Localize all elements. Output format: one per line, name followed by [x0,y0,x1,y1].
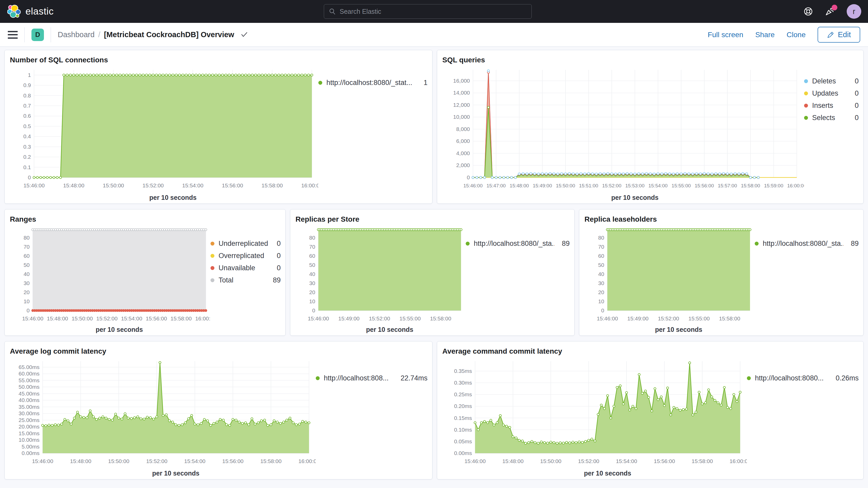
svg-text:1: 1 [28,72,31,78]
legend-item[interactable]: Updates0 [804,89,859,97]
legend-item[interactable]: Selects0 [804,114,859,122]
svg-text:0.05ms: 0.05ms [454,438,472,444]
svg-text:15:57:00: 15:57:00 [718,183,737,188]
svg-text:16:00:00: 16:00:00 [195,315,211,322]
legend-swatch [466,242,470,246]
svg-text:15:52:00: 15:52:00 [578,458,599,464]
sql-queries-chart[interactable]: 16,00014,00012,00010,0008,0006,0004,0002… [442,66,804,204]
panel-replica-leaseholders: Replica leaseholders 8070605040302010015… [579,209,864,336]
global-search[interactable] [324,4,532,19]
svg-text:70: 70 [598,244,604,250]
svg-text:15:55:00: 15:55:00 [399,315,421,322]
legend-value: 0 [274,264,281,272]
legend-swatch [316,376,320,380]
divider [24,27,25,42]
svg-text:50.00ms: 50.00ms [19,384,39,390]
svg-text:60: 60 [598,253,604,259]
legend-item[interactable]: http://localhost:8080/_stat...1 [318,79,428,87]
svg-text:15:46:00: 15:46:00 [464,458,486,464]
user-avatar[interactable]: r [847,4,861,19]
svg-text:15:51:00: 15:51:00 [579,183,598,188]
svg-text:15:52:00: 15:52:00 [369,315,390,322]
svg-text:15:46:00: 15:46:00 [308,315,329,322]
svg-text:16:00:00: 16:00:00 [298,458,316,464]
legend-item[interactable]: Inserts0 [804,101,859,110]
chart-legend: http://localhost:8080...0.26ms [747,357,859,479]
svg-text:15:50:00: 15:50:00 [108,458,129,464]
panel-title: Number of SQL connections [5,50,432,66]
svg-text:20: 20 [24,289,30,295]
svg-text:60: 60 [24,253,30,259]
svg-text:15:56:00: 15:56:00 [222,458,244,464]
menu-icon[interactable] [8,31,18,39]
svg-text:15:58:00: 15:58:00 [741,183,760,188]
svg-text:20: 20 [598,289,604,295]
title-menu-icon[interactable] [240,31,248,38]
chart-legend: http://localhost:8080/_sta...89 [755,225,859,335]
svg-text:15:58:00: 15:58:00 [260,458,282,464]
svg-text:30: 30 [24,280,30,286]
breadcrumb: Dashboard / [Metricbeat CockroachDB] Ove… [58,30,248,39]
legend-label: Total [219,276,234,284]
clone-button[interactable]: Clone [787,31,806,39]
avg-log-commit-latency-chart[interactable]: 65.00ms60.00ms55.00ms50.00ms45.00ms40.00… [9,357,316,479]
svg-text:50: 50 [309,262,315,268]
svg-text:15:56:00: 15:56:00 [222,182,243,188]
edit-button[interactable]: Edit [817,27,860,42]
svg-text:15:48:00: 15:48:00 [509,183,529,188]
legend-value: 0 [274,240,281,248]
elastic-logo[interactable]: elastic [0,4,54,19]
legend-item[interactable]: Overreplicated0 [211,252,281,260]
svg-text:per 10 seconds: per 10 seconds [366,326,413,333]
legend-label: http://localhost:808... [324,374,389,382]
svg-text:10: 10 [24,298,30,304]
svg-text:15.00ms: 15.00ms [19,430,39,436]
legend-item[interactable]: http://localhost:8080/_sta...89 [466,240,570,248]
panel-sql-connections: Number of SQL connections 10.90.80.70.60… [4,50,432,204]
panel-title: Replicas per Store [290,209,574,225]
legend-item[interactable]: Deletes0 [804,77,859,85]
svg-text:15:54:00: 15:54:00 [184,458,206,464]
svg-text:70: 70 [24,244,30,250]
notification-dot [832,5,837,10]
legend-value: 0 [851,101,859,110]
replica-leaseholders-chart[interactable]: 8070605040302010015:46:0015:49:0015:52:0… [584,225,755,335]
search-input[interactable] [340,8,527,15]
legend-item[interactable]: http://localhost:8080...0.26ms [747,374,859,382]
legend-item[interactable]: Underreplicated0 [211,240,281,248]
legend-value: 1 [421,79,428,87]
legend-value: 0.26ms [832,374,859,382]
chart-legend: Underreplicated0Overreplicated0Unavailab… [211,225,281,335]
panel-title: Average command commit latency [437,341,863,357]
divider [51,27,51,42]
newsfeed-icon[interactable] [825,6,835,17]
full-screen-button[interactable]: Full screen [708,31,743,39]
ranges-chart[interactable]: 8070605040302010015:46:0015:48:0015:50:0… [9,225,211,335]
legend-item[interactable]: http://localhost:8080/_sta...89 [755,240,859,248]
svg-text:15:50:00: 15:50:00 [71,315,93,322]
replicas-per-store-chart[interactable]: 8070605040302010015:46:0015:49:0015:52:0… [295,225,466,335]
share-button[interactable]: Share [755,31,775,39]
legend-item[interactable]: Total89 [211,276,281,284]
legend-value: 0 [851,77,859,85]
legend-value: 22.74ms [397,374,428,382]
avg-command-commit-latency-chart[interactable]: 0.35ms0.30ms0.25ms0.20ms0.15ms0.10ms0.05… [442,357,747,479]
svg-text:15:49:00: 15:49:00 [627,315,649,322]
breadcrumb-dashboard-link[interactable]: Dashboard [58,30,95,39]
svg-text:55.00ms: 55.00ms [19,377,39,383]
svg-text:0.4: 0.4 [23,133,31,139]
svg-text:12,000: 12,000 [453,102,470,108]
legend-swatch [747,376,751,380]
svg-text:8,000: 8,000 [456,126,470,132]
legend-item[interactable]: Unavailable0 [211,264,281,272]
svg-text:14,000: 14,000 [453,90,470,96]
panel-ranges: Ranges 8070605040302010015:46:0015:48:00… [4,209,286,336]
svg-text:16:00:00: 16:00:00 [787,183,804,188]
legend-item[interactable]: http://localhost:808...22.74ms [316,374,428,382]
legend-label: Deletes [812,77,836,85]
sql-connections-chart[interactable]: 10.90.80.70.60.50.40.30.20.1015:46:0015:… [9,66,318,204]
dashboard-nav-bar: D Dashboard / [Metricbeat CockroachDB] O… [0,23,868,47]
help-icon[interactable] [803,6,813,17]
svg-text:15:47:00: 15:47:00 [487,183,506,188]
svg-text:60: 60 [309,253,315,259]
